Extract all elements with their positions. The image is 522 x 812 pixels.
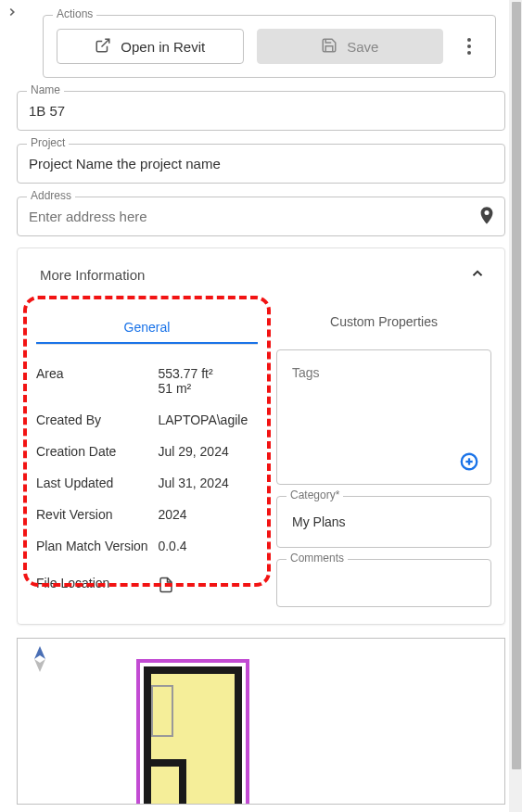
general-info-section: General Area 553.77 ft² 51 m² Created By…	[31, 301, 263, 611]
info-row-creation-date: Creation Date Jul 29, 2024	[36, 436, 258, 467]
comments-field[interactable]: Comments	[276, 559, 491, 607]
info-key: Area	[36, 366, 158, 396]
info-key: Plan Match Version	[36, 539, 158, 553]
info-row-revit-version: Revit Version 2024	[36, 499, 258, 530]
info-row-area: Area 553.77 ft² 51 m²	[36, 358, 258, 404]
info-row-file-location: File Location	[36, 567, 258, 605]
category-label: Category*	[286, 488, 343, 501]
expand-panel-chevron[interactable]	[6, 6, 19, 21]
actions-legend: Actions	[53, 7, 96, 20]
open-in-revit-label: Open in Revit	[121, 39, 205, 55]
project-input[interactable]	[29, 156, 493, 171]
category-field[interactable]: Category* My Plans	[276, 496, 491, 548]
info-row-plan-match-version: Plan Match Version 0.0.4	[36, 530, 258, 562]
name-field[interactable]: Name	[17, 91, 505, 131]
more-information-panel: More Information General Area 553.77 ft²…	[17, 247, 505, 625]
tab-custom-properties[interactable]: Custom Properties	[276, 307, 491, 338]
tab-general[interactable]: General	[36, 311, 258, 344]
info-row-last-updated: Last Updated Jul 31, 2024	[36, 467, 258, 499]
comments-label: Comments	[286, 552, 348, 565]
project-label: Project	[27, 136, 69, 149]
address-field[interactable]: Address	[17, 197, 505, 236]
project-field[interactable]: Project	[17, 144, 505, 184]
info-key: Creation Date	[36, 444, 158, 459]
chevron-up-icon	[469, 265, 486, 285]
actions-group: Actions Open in Revit Save	[43, 15, 496, 78]
add-tag-button[interactable]	[459, 451, 479, 475]
address-label: Address	[27, 189, 75, 202]
scrollbar-thumb[interactable]	[512, 2, 521, 769]
floorplan-preview[interactable]	[17, 638, 505, 805]
file-location-icon[interactable]	[158, 576, 258, 597]
info-val: 2024	[158, 507, 258, 522]
info-key: Created By	[36, 412, 158, 427]
tags-placeholder: Tags	[292, 365, 320, 380]
info-val: 553.77 ft² 51 m²	[158, 366, 258, 396]
save-icon	[321, 37, 337, 57]
info-val: 0.0.4	[158, 539, 258, 553]
tags-field[interactable]: Tags	[276, 349, 491, 485]
save-button: Save	[257, 29, 444, 64]
info-key: Last Updated	[36, 476, 158, 490]
address-input[interactable]	[29, 209, 469, 224]
svg-line-0	[102, 39, 109, 46]
floorplan-bounds	[136, 659, 249, 805]
info-key: Revit Version	[36, 507, 158, 522]
more-information-toggle[interactable]: More Information	[18, 248, 504, 301]
location-pin-icon[interactable]	[477, 205, 497, 228]
name-label: Name	[27, 83, 64, 96]
more-information-title: More Information	[40, 267, 145, 283]
info-val: Jul 29, 2024	[158, 444, 258, 459]
open-in-revit-button[interactable]: Open in Revit	[57, 29, 244, 64]
name-input[interactable]	[29, 103, 493, 119]
svg-marker-4	[34, 646, 45, 659]
info-val: LAPTOPA\agile	[158, 412, 258, 427]
save-label: Save	[347, 39, 378, 55]
more-actions-menu[interactable]	[456, 38, 482, 55]
info-row-created-by: Created By LAPTOPA\agile	[36, 404, 258, 436]
category-value: My Plans	[292, 514, 346, 529]
scrollbar-track[interactable]: ▲	[509, 0, 522, 812]
open-external-icon	[95, 37, 111, 57]
svg-marker-5	[34, 659, 45, 672]
info-key: File Location	[36, 576, 158, 597]
info-val: Jul 31, 2024	[158, 476, 258, 490]
compass-icon	[31, 646, 49, 675]
